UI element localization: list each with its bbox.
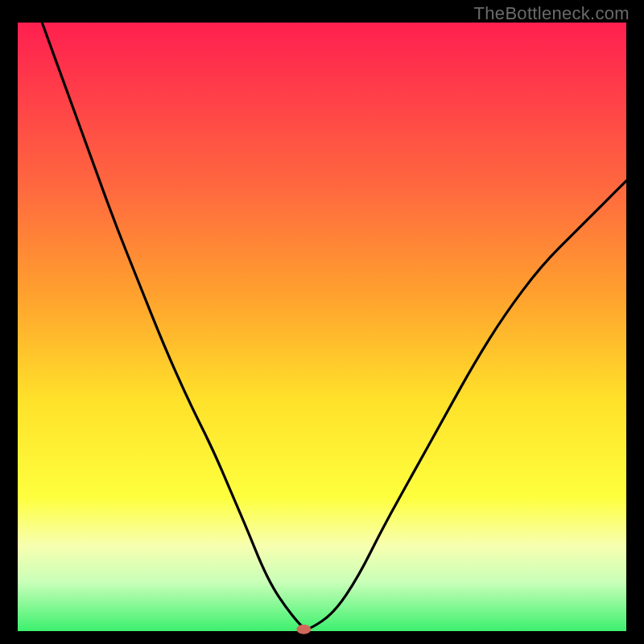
bottleneck-curve [42,23,626,629]
curve-svg [18,23,626,631]
watermark-text: TheBottleneck.com [474,3,630,24]
plot-area [18,23,626,631]
chart-frame: TheBottleneck.com [0,0,644,644]
minimum-marker [296,625,311,634]
